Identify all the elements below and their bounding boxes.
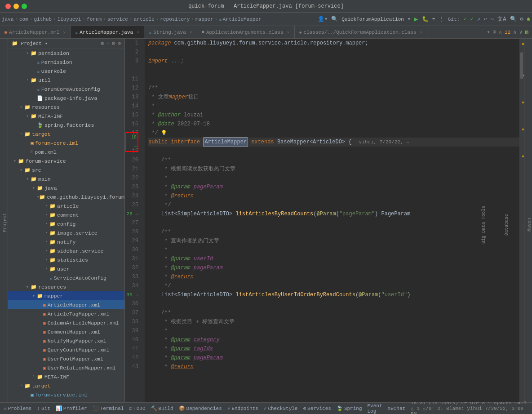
coverage-button[interactable]: ☂ (432, 16, 435, 22)
tab-article-mapper-xml[interactable]: ▣ ArticleMapper.xml ✕ (0, 26, 71, 38)
git-push[interactable]: ↗ (477, 16, 480, 22)
spring-button[interactable]: 🍃 Spring (337, 405, 362, 411)
tree-node-user[interactable]: › 📁 user (8, 264, 124, 273)
tree-node-forum-service[interactable]: ▾ 📁 forum-service (8, 156, 124, 165)
dependencies-button[interactable]: 📦 Dependencies (179, 405, 222, 411)
tree-node-metainf[interactable]: ▾ 📁 META-INF (8, 111, 124, 120)
tab-quickforum-class[interactable]: ◈ classes/../QuickForumApplication.class… (295, 26, 428, 38)
tree-node-spring-factories[interactable]: 🍃 spring.factories (8, 120, 124, 129)
tree-node-comment-mapper[interactable]: ▣ CommentMapper.xml (8, 327, 124, 336)
tree-node-packageinfo[interactable]: 📄 package-info.java (8, 93, 124, 102)
tree-node-main[interactable]: ▾ 📁 main (8, 174, 124, 183)
git-check2[interactable]: ✓ (470, 16, 473, 22)
more-run-options[interactable]: ⋮ (439, 16, 444, 22)
tree-node-pkg[interactable]: ▾ 📁 com.github.liuyueyi.forum.service (8, 192, 124, 201)
tree-node-target2[interactable]: › 📁 target (8, 381, 124, 390)
settings-button[interactable]: ⚙ (520, 16, 523, 22)
tab-string-java[interactable]: ☕ String.java ✕ (144, 26, 197, 38)
tab-article-mapper-java[interactable]: ☕ ArticleMapper.java ✕ (71, 26, 144, 38)
tree-node-resources2[interactable]: ▾ 📁 resources (8, 282, 124, 291)
run-button[interactable]: ▶ (414, 15, 418, 23)
user-icon[interactable]: 👤▾ (318, 16, 328, 22)
event-log-button[interactable]: Event Log (367, 403, 382, 414)
endpoints-button[interactable]: ⚡ Endpoints (227, 405, 258, 411)
tab-overflow[interactable]: ▾ (487, 29, 490, 36)
problems-button[interactable]: ⚠ Problems (4, 405, 31, 411)
tree-icon1[interactable]: ⊞ (101, 40, 104, 46)
todo-button[interactable]: ☑ TODO (129, 405, 145, 411)
scrollbar-thumb[interactable] (520, 52, 523, 79)
tree-node-config[interactable]: › 📁 config (8, 219, 124, 228)
breadcrumb-article[interactable]: article (134, 17, 155, 22)
tree-node-image[interactable]: › 📁 image.service (8, 228, 124, 237)
redo-button[interactable]: ↪ (491, 16, 494, 22)
git-button[interactable]: ↕ Git (37, 406, 50, 411)
close-tab-java[interactable]: ✕ (137, 30, 139, 35)
minimize-button[interactable] (13, 4, 19, 9)
breadcrumb-classname[interactable]: ArticleMapper (223, 17, 262, 22)
panel-project[interactable]: Project (3, 213, 8, 232)
tree-node-util[interactable]: › 📁 util (8, 76, 124, 85)
profiler-button[interactable]: 📊 Profiler (56, 405, 87, 411)
xechat-button[interactable]: XEChat (388, 406, 406, 411)
collapse-editor[interactable]: ∧ (513, 29, 516, 36)
tree-node-permission-class[interactable]: ☕ Permission (8, 58, 124, 67)
tree-node-notify[interactable]: › 📁 notify (8, 237, 124, 246)
panel-maven[interactable]: Maven (527, 218, 532, 231)
breadcrumb-com[interactable]: com (19, 17, 28, 22)
tree-settings[interactable]: ⚙ (118, 40, 121, 46)
tree-node-serviceauto[interactable]: ☕ ServiceAutoConfig (8, 273, 124, 282)
maximize-button[interactable] (22, 4, 27, 9)
tree-icon2[interactable]: ≡ (106, 40, 110, 46)
panel-bigdata[interactable]: Big Data Tools (481, 206, 486, 244)
breadcrumb-liuyueyi[interactable]: liuyueyi (58, 17, 81, 22)
tree-node-permission[interactable]: ▾ 📁 permission (8, 49, 124, 58)
debug-button[interactable]: 🐛 (422, 16, 429, 22)
tree-node-forum-service-iml[interactable]: ▣ forum-service.iml (8, 390, 124, 399)
tree-node-userrelation[interactable]: ▣ UserRelationMapper.xml (8, 363, 124, 372)
tree-icon3[interactable]: ⊟ (112, 40, 115, 46)
tree-node-querycount[interactable]: ▣ QueryCountMapper.xml (8, 345, 124, 354)
tree-node-article[interactable]: › 📁 article (8, 201, 124, 210)
right-scrollbar[interactable] (519, 39, 524, 402)
breadcrumb-github[interactable]: github (34, 17, 52, 22)
tree-node-forum-core-iml[interactable]: ▣ forum-core.iml (8, 138, 124, 147)
terminal-button[interactable]: ⬛ Terminal (93, 405, 124, 411)
tree-node-mapper-folder[interactable]: ▾ 📁 mapper (8, 291, 124, 300)
breadcrumb-repository[interactable]: repository (160, 17, 190, 22)
tree-node-target[interactable]: › 📁 target (8, 129, 124, 138)
translate-icon[interactable]: 文A (497, 15, 506, 23)
panel-database[interactable]: Database (504, 214, 509, 236)
git-check[interactable]: ✓ (463, 16, 466, 22)
services-button[interactable]: ⚙ Services (303, 405, 331, 411)
breadcrumb-java[interactable]: java (2, 17, 13, 22)
code-lines[interactable]: package com.github.liuyueyi.forum.servic… (145, 39, 519, 402)
breadcrumb-mapper[interactable]: mapper (195, 17, 213, 22)
split-editor[interactable]: ⊞ (493, 29, 496, 36)
close-tab-string[interactable]: ✕ (190, 30, 192, 35)
tree-node-src[interactable]: ▾ 📁 src (8, 165, 124, 174)
breadcrumb-service[interactable]: service (107, 17, 128, 22)
tree-node-resources[interactable]: ▾ 📁 resources (8, 102, 124, 111)
search-icon[interactable]: 🔍 (331, 16, 338, 22)
tree-node-articletag[interactable]: ▣ ArticleTagMapper.xml (8, 309, 124, 318)
run-config-dropdown[interactable]: ▾ (408, 16, 411, 22)
find-button[interactable]: 🔍 (510, 16, 517, 22)
checkstyle-button[interactable]: ✓ CheckStyle (264, 405, 298, 411)
tree-node-pom2[interactable]: m pom.xml (8, 399, 124, 402)
close-tab-qf[interactable]: ✕ (420, 30, 422, 35)
tree-node-columnarticle[interactable]: ▣ ColumnArticleMapper.xml (8, 318, 124, 327)
tree-node-sidebar[interactable]: › 📁 sidebar.service (8, 246, 124, 255)
tree-node-article-mapper-xml[interactable]: ▣ ArticleMapper.xml (8, 300, 124, 309)
tree-node-java[interactable]: ▾ 📁 java (8, 183, 124, 192)
breadcrumb-forum[interactable]: forum (87, 17, 102, 22)
tree-node-statistics[interactable]: › 📁 statistics (8, 255, 124, 264)
xechat-icon[interactable]: ◉ (527, 16, 530, 22)
maven-icon[interactable]: m (525, 29, 528, 36)
tree-node-forumconfig[interactable]: ☕ ForumCoreAutoConfig (8, 85, 124, 93)
build-button[interactable]: 🔨 Build (151, 405, 173, 411)
tree-node-metainf2[interactable]: › 📁 META-INF (8, 372, 124, 381)
tab-application-args[interactable]: ■ ApplicationArguments.class ✕ (197, 26, 295, 38)
tree-node-userfoot[interactable]: ▣ UserFootMapper.xml (8, 354, 124, 363)
close-button[interactable] (5, 4, 11, 9)
